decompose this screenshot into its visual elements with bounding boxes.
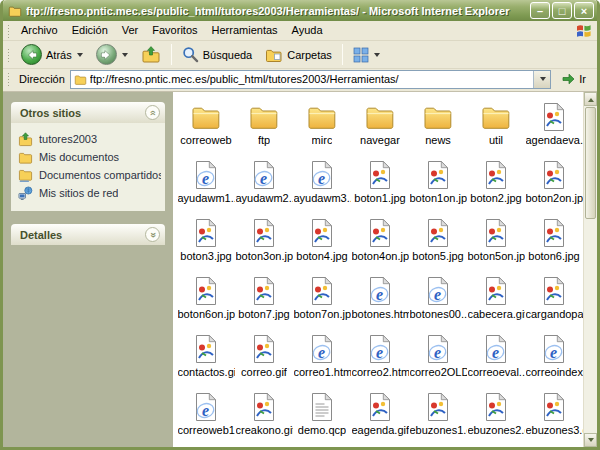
toolbar-grip[interactable] — [7, 48, 10, 62]
file-item-ebuzones3-gif[interactable]: ebuzones3.gif — [525, 387, 583, 445]
folder-icon — [248, 101, 280, 133]
file-item-correo-gif[interactable]: correo.gif — [235, 329, 293, 387]
scroll-down-button[interactable] — [584, 433, 597, 447]
menu-item-herramientas[interactable]: Herramientas — [205, 21, 285, 40]
address-input[interactable] — [87, 72, 533, 87]
file-label: eagenda.gif — [352, 424, 409, 436]
search-button[interactable]: Búsqueda — [176, 43, 259, 66]
file-label: ebuzones2.gif — [468, 424, 525, 436]
collapse-panel-button[interactable]: » — [145, 105, 160, 120]
image-file-icon — [538, 275, 570, 307]
minimize-button[interactable]: – — [530, 2, 550, 19]
file-label: util — [489, 134, 503, 146]
windows-logo-icon — [576, 23, 592, 38]
file-grid: correowebftpmircnavegarnewsutilagendaeva… — [173, 92, 583, 447]
file-item-boton6-jpg[interactable]: boton6.jpg — [525, 213, 583, 271]
file-item-correo1-htm[interactable]: ecorreo1.htm — [293, 329, 351, 387]
file-item-ftp[interactable]: ftp — [235, 97, 293, 155]
close-button[interactable]: × — [574, 2, 594, 19]
panel-header-otros-sitios[interactable]: Otros sitios» — [11, 102, 165, 123]
file-item-boton3-jpg[interactable]: boton3.jpg — [177, 213, 235, 271]
folder-icon — [306, 101, 338, 133]
menu-item-edicion[interactable]: Edición — [65, 21, 115, 40]
file-item-correoweb[interactable]: correoweb — [177, 97, 235, 155]
addressbar-grip[interactable] — [7, 72, 10, 86]
panel-body: tutores2003Mis documentosDocumentos comp… — [11, 123, 165, 211]
file-item-eagenda-gif[interactable]: eagenda.gif — [351, 387, 409, 445]
go-button[interactable]: Ir — [556, 69, 593, 89]
file-item-ebuzones1-gif[interactable]: ebuzones1.gif — [409, 387, 467, 445]
sidebar-item-mis-sitios-de-red[interactable]: Mis sitios de red — [18, 184, 161, 202]
file-item-boton6on-jpg[interactable]: boton6on.jpg — [177, 271, 235, 329]
file-item-boton3on-jpg[interactable]: boton3on.jpg — [235, 213, 293, 271]
file-item-ebuzones2-gif[interactable]: ebuzones2.gif — [467, 387, 525, 445]
menu-item-archivo[interactable]: Archivo — [14, 21, 65, 40]
file-item-boton2-jpg[interactable]: boton2.jpg — [467, 155, 525, 213]
file-item-boton1-jpg[interactable]: boton1.jpg — [351, 155, 409, 213]
sidebar-item-mis-documentos[interactable]: Mis documentos — [18, 148, 161, 166]
vertical-scrollbar[interactable] — [583, 92, 597, 447]
file-item-cargandopa[interactable]: cargandopa... — [525, 271, 583, 329]
menu-item-ver[interactable]: Ver — [115, 21, 146, 40]
file-item-contactos-gif[interactable]: contactos.gif — [177, 329, 235, 387]
scroll-up-button[interactable] — [584, 92, 597, 106]
file-item-ayudawm3[interactable]: eayudawm3... — [293, 155, 351, 213]
expand-panel-button[interactable]: » — [145, 227, 160, 242]
menubar: ArchivoEdiciónVerFavoritosHerramientasAy… — [3, 21, 597, 41]
file-item-correo2-htm[interactable]: ecorreo2.htm — [351, 329, 409, 387]
menubar-grip[interactable] — [7, 24, 10, 38]
file-item-util[interactable]: util — [467, 97, 525, 155]
file-label: correo1.htm — [294, 366, 351, 378]
up-button[interactable] — [135, 42, 167, 68]
file-item-news[interactable]: news — [409, 97, 467, 155]
file-item-agendaeva-gif[interactable]: agendaeva.gif — [525, 97, 583, 155]
file-item-boton1on-jpg[interactable]: boton1on.jpg — [409, 155, 467, 213]
forward-button[interactable] — [90, 41, 134, 68]
file-item-correoindex[interactable]: ecorreoindex... — [525, 329, 583, 387]
file-item-ayudawm2[interactable]: eayudawm2... — [235, 155, 293, 213]
menu-item-favoritos[interactable]: Favoritos — [145, 21, 204, 40]
sidebar-item-tutores2003[interactable]: tutores2003 — [18, 130, 161, 148]
scrollbar-thumb[interactable] — [585, 107, 596, 219]
file-item-ayudawm1[interactable]: eayudawm1... — [177, 155, 235, 213]
menu-item-ayuda[interactable]: Ayuda — [285, 21, 330, 40]
file-label: mirc — [312, 134, 333, 146]
file-item-correo2old[interactable]: ecorreo2OLD... — [409, 329, 467, 387]
file-item-boton4on-jpg[interactable]: boton4on.jpg — [351, 213, 409, 271]
titlebar[interactable]: ftp://fresno.pntic.mec.es/public_html/tu… — [3, 0, 597, 21]
file-item-boton7on-jpg[interactable]: boton7on.jpg — [293, 271, 351, 329]
file-item-boton5on-jpg[interactable]: boton5on.jpg — [467, 213, 525, 271]
panel-header-detalles[interactable]: Detalles» — [11, 224, 165, 245]
file-item-correoeval[interactable]: ecorreoeval... — [467, 329, 525, 387]
file-item-boton5-jpg[interactable]: boton5.jpg — [409, 213, 467, 271]
sidebar-item-label: tutores2003 — [39, 133, 97, 145]
file-item-botones-htm[interactable]: ebotones.htm — [351, 271, 409, 329]
file-item-navegar[interactable]: navegar — [351, 97, 409, 155]
folder-icon — [190, 101, 222, 133]
file-item-boton2on-jpg[interactable]: boton2on.jpg — [525, 155, 583, 213]
chevron-up-icon: » — [148, 110, 158, 116]
file-item-botones00[interactable]: ebotones00... — [409, 271, 467, 329]
back-button[interactable]: Atrás — [15, 41, 89, 68]
svg-text:e: e — [318, 170, 325, 187]
image-file-icon — [538, 217, 570, 249]
file-label: boton2on.jpg — [526, 192, 583, 204]
file-item-demo-qcp[interactable]: demo.qcp — [293, 387, 351, 445]
address-dropdown-button[interactable] — [533, 71, 550, 88]
file-item-boton7-jpg[interactable]: boton7.jpg — [235, 271, 293, 329]
file-item-creakono-gif[interactable]: creakono.gif — [235, 387, 293, 445]
html-file-icon: e — [364, 275, 396, 307]
toolbar-separator-2 — [342, 44, 343, 65]
image-file-icon — [538, 101, 570, 133]
file-item-mirc[interactable]: mirc — [293, 97, 351, 155]
file-item-boton4-jpg[interactable]: boton4.jpg — [293, 213, 351, 271]
folders-button[interactable]: Carpetas — [259, 43, 338, 67]
file-item-correoweb1[interactable]: ecorreoweb1... — [177, 387, 235, 445]
maximize-button[interactable]: □ — [552, 2, 572, 19]
scrollbar-track[interactable] — [584, 220, 597, 433]
file-item-cabecera-gif[interactable]: cabecera.gif — [467, 271, 525, 329]
views-button[interactable] — [347, 44, 386, 66]
sidebar-item-documentos-compartidos[interactable]: Documentos compartidos — [18, 166, 161, 184]
image-file-icon — [190, 333, 222, 365]
file-label: boton6.jpg — [528, 250, 579, 262]
